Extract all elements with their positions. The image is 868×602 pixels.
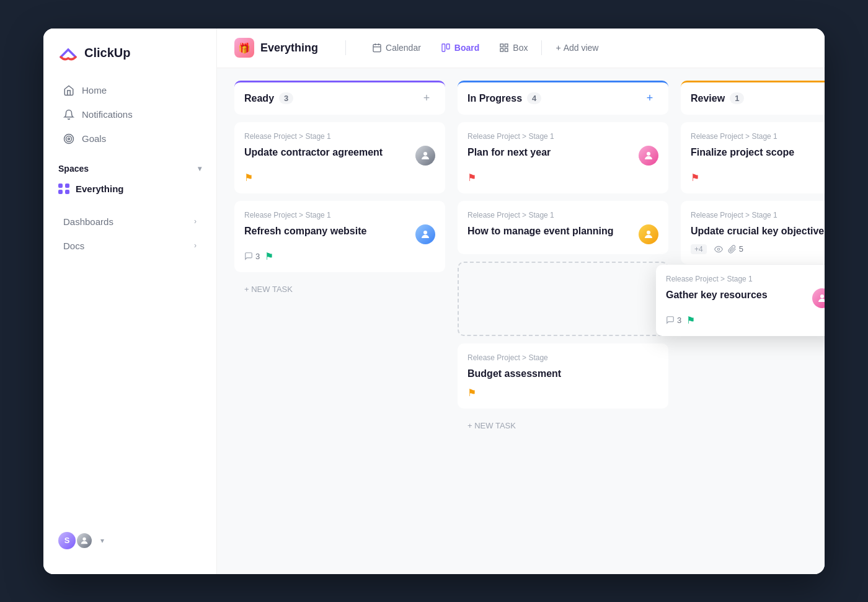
floating-footer: 3 ⚑ <box>666 314 825 326</box>
avatar-4 <box>639 224 658 244</box>
divider-2 <box>541 40 542 55</box>
task-footer-1: ⚑ <box>244 172 435 184</box>
svg-point-14 <box>423 152 427 156</box>
floating-comment-stat: 3 <box>666 316 681 325</box>
home-icon <box>63 85 74 96</box>
col-title-ready: Ready <box>244 93 274 104</box>
board-area: Ready 3 + Release Project > Stage 1 Upda… <box>217 68 825 574</box>
watch-stat-7 <box>714 245 723 254</box>
avatar-1 <box>415 146 435 166</box>
floating-avatar <box>812 288 825 308</box>
new-task-ready[interactable]: + NEW TASK <box>234 280 445 299</box>
divider-1 <box>345 40 346 55</box>
col-title-group-in-progress: In Progress 4 <box>467 92 541 104</box>
new-task-in-progress[interactable]: + NEW TASK <box>458 416 668 435</box>
svg-rect-12 <box>500 48 503 51</box>
add-view-button[interactable]: + Add view <box>547 39 607 56</box>
task-title-7: Update crucial key objectives <box>691 224 825 238</box>
dashboards-chevron: › <box>194 217 197 226</box>
sidebar-item-docs[interactable]: Docs › <box>48 234 211 257</box>
board-columns: Ready 3 + Release Project > Stage 1 Upda… <box>234 81 807 562</box>
task-card-1[interactable]: Release Project > Stage 1 Update contrac… <box>234 122 445 193</box>
task-title-6: Finalize project scope <box>691 146 825 159</box>
user-dropdown-caret[interactable]: ▾ <box>100 536 104 545</box>
page-title: Everything <box>260 42 318 55</box>
floating-title: Gather key resources <box>666 288 806 302</box>
svg-point-17 <box>647 231 650 234</box>
task-meta-7: Release Project > Stage 1 <box>691 211 825 219</box>
task-card-3[interactable]: Release Project > Stage 1 Plan for next … <box>458 122 668 193</box>
flag-1: ⚑ <box>244 172 253 184</box>
task-footer-5: ⚑ <box>467 387 658 399</box>
task-title-1: Update contractor agreement <box>244 146 409 159</box>
svg-point-2 <box>68 138 70 139</box>
docs-chevron: › <box>194 241 197 250</box>
floating-meta: Release Project > Stage 1 <box>666 275 825 283</box>
tab-calendar[interactable]: Calendar <box>363 39 430 56</box>
task-title-4: How to manage event planning <box>467 224 632 238</box>
task-title-2: Refresh company website <box>244 224 409 238</box>
task-card-5[interactable]: Release Project > Stage Budget assessmen… <box>458 343 668 409</box>
task-card-6[interactable]: Release Project > Stage 1 Finalize proje… <box>681 122 825 193</box>
tag-badge-7: +4 <box>691 244 707 254</box>
col-title-review: Review <box>691 93 725 104</box>
page-title-area: 🎁 Everything <box>234 38 318 58</box>
column-header-review: Review 1 + <box>681 81 825 115</box>
logo-text: ClickUp <box>84 46 130 60</box>
floating-card[interactable]: ✛ Release Project > Stage 1 Gather key r… <box>656 265 825 336</box>
view-tabs: Calendar Board Box + Add view <box>363 39 607 56</box>
flag-6: ⚑ <box>691 172 699 184</box>
logo-area: ClickUp <box>43 43 216 78</box>
page-icon: 🎁 <box>234 38 254 58</box>
task-card-2[interactable]: Release Project > Stage 1 Refresh compan… <box>234 201 445 272</box>
sidebar-item-everything[interactable]: Everything <box>43 179 216 200</box>
task-footer-3: ⚑ <box>467 172 658 184</box>
spaces-chevron: ▾ <box>198 164 202 173</box>
tab-box[interactable]: Box <box>490 39 536 56</box>
floating-header: Gather key resources <box>666 288 825 308</box>
column-in-progress: In Progress 4 + Release Project > Stage … <box>458 81 668 435</box>
svg-rect-4 <box>373 45 381 52</box>
avatar-user <box>76 532 93 549</box>
column-header-in-progress: In Progress 4 + <box>458 81 668 115</box>
floating-flag: ⚑ <box>686 314 695 326</box>
spaces-section[interactable]: Spaces ▾ <box>43 151 216 179</box>
user-area: S ▾ <box>43 522 216 559</box>
task-meta-6: Release Project > Stage 1 <box>691 132 825 141</box>
svg-rect-13 <box>505 48 508 51</box>
sidebar-item-home[interactable]: Home <box>48 79 211 102</box>
top-bar: 🎁 Everything Calendar Board Box <box>217 29 825 68</box>
tab-board[interactable]: Board <box>432 39 488 56</box>
avatar-3 <box>639 146 658 166</box>
sidebar-item-notifications[interactable]: Notifications <box>48 103 211 126</box>
task-card-7[interactable]: Release Project > Stage 1 Update crucial… <box>681 201 825 264</box>
svg-point-16 <box>647 152 650 156</box>
logo-icon <box>58 43 78 63</box>
svg-point-15 <box>423 231 427 234</box>
flag-5: ⚑ <box>467 387 476 399</box>
svg-rect-11 <box>505 44 508 47</box>
sidebar: ClickUp Home Notific <box>43 29 217 574</box>
task-card-4[interactable]: Release Project > Stage 1 How to manage … <box>458 201 668 254</box>
column-header-ready: Ready 3 + <box>234 81 445 115</box>
app-window: ClickUp Home Notific <box>43 29 825 574</box>
main-content: 🎁 Everything Calendar Board Box <box>217 29 825 574</box>
bell-icon <box>63 109 74 120</box>
col-count-review: 1 <box>730 92 744 104</box>
sidebar-item-dashboards[interactable]: Dashboards › <box>48 210 211 233</box>
task-meta-5: Release Project > Stage <box>467 353 658 362</box>
sidebar-item-goals[interactable]: Goals <box>48 127 211 151</box>
svg-point-3 <box>82 537 86 540</box>
flag-2: ⚑ <box>265 250 273 262</box>
task-header-3: Plan for next year <box>467 146 658 166</box>
col-add-ready[interactable]: + <box>418 90 435 107</box>
svg-rect-10 <box>500 44 503 47</box>
drag-placeholder <box>458 262 668 336</box>
task-footer-7: +4 5 <box>691 244 825 254</box>
svg-point-1 <box>66 136 72 141</box>
task-header-1: Update contractor agreement <box>244 146 435 166</box>
col-add-in-progress[interactable]: + <box>641 90 658 107</box>
task-header-7: Update crucial key objectives <box>691 224 825 238</box>
task-meta-4: Release Project > Stage 1 <box>467 211 658 219</box>
spaces-grid-icon <box>58 184 69 195</box>
